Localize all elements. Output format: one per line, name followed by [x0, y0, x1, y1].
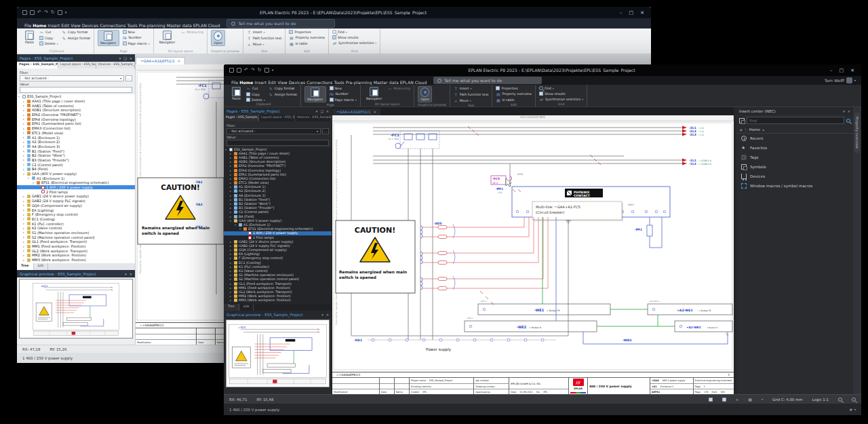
- close-button[interactable]: ✕: [640, 10, 644, 16]
- find-input[interactable]: [747, 117, 844, 124]
- grid-toggle-icon[interactable]: [722, 398, 726, 402]
- panel-dropdown-icon[interactable]: ▾: [125, 272, 127, 276]
- in-table-button[interactable]: ▦In table: [496, 98, 532, 102]
- expand-icon[interactable]: [230, 219, 233, 223]
- tree-item[interactable]: GQA (Compressed air supply): [17, 204, 135, 208]
- expand-icon[interactable]: [23, 213, 26, 216]
- in-table-button[interactable]: ▦In table: [289, 41, 325, 46]
- expand-icon[interactable]: [23, 104, 26, 107]
- expand-icon[interactable]: [230, 290, 233, 294]
- expand-icon[interactable]: [23, 254, 26, 257]
- tree-item[interactable]: EPA1 (Summarized parts list): [17, 121, 135, 126]
- expand-icon[interactable]: [230, 298, 233, 302]
- expand-icon[interactable]: [230, 240, 233, 244]
- open-icon[interactable]: [237, 68, 241, 73]
- tree-item[interactable]: K2 (Valve control): [17, 226, 135, 231]
- expand-icon[interactable]: [230, 256, 233, 260]
- expand-icon[interactable]: [28, 176, 31, 180]
- page-navigator-button[interactable]: Navigator: [98, 30, 119, 46]
- close-icon[interactable]: ✕: [374, 110, 377, 114]
- expand-icon[interactable]: [230, 261, 233, 265]
- insert-center-item[interactable]: Window macros / symbol macros: [736, 181, 853, 191]
- expand-icon[interactable]: [230, 265, 233, 269]
- tab-list[interactable]: List: [34, 263, 48, 270]
- search-icon[interactable]: [846, 119, 850, 123]
- expand-icon[interactable]: [230, 181, 233, 185]
- delete-button[interactable]: Delete▾: [246, 98, 265, 102]
- expand-icon[interactable]: [23, 172, 26, 176]
- text-insert-button[interactable]: TInsert▾: [247, 30, 282, 35]
- tab-pages[interactable]: Pages - ESS_Sample_P...: [224, 115, 259, 121]
- expand-icon[interactable]: [230, 194, 233, 197]
- tree-item[interactable]: A1 (Enclosure 1): [17, 176, 135, 180]
- expand-icon[interactable]: [230, 177, 233, 180]
- expand-icon[interactable]: [23, 127, 26, 130]
- properties-button[interactable]: Properties: [496, 86, 532, 90]
- delete-button[interactable]: Delete▾: [39, 41, 58, 45]
- expand-icon[interactable]: [230, 189, 233, 193]
- paste-button[interactable]: Paste: [23, 30, 36, 45]
- close-button[interactable]: ✕: [850, 68, 854, 73]
- terminal-strip-xd1[interactable]: -XD1 Power supply: [354, 339, 556, 352]
- expand-icon[interactable]: [23, 227, 26, 230]
- tree-item[interactable]: EFA2 (Overview "PROFINET"): [17, 113, 135, 117]
- insert-center-item[interactable]: Symbols: [736, 162, 853, 172]
- expand-icon[interactable]: [230, 294, 233, 298]
- expand-icon[interactable]: [230, 215, 233, 218]
- tree-item[interactable]: MM3 (Work workpiece: Position): [17, 258, 135, 263]
- panel-close-icon[interactable]: ✕: [130, 56, 132, 60]
- expand-icon[interactable]: [230, 210, 233, 214]
- document-tab[interactable]: =GAA+A1&EFS1/1✕: [332, 109, 380, 115]
- expand-icon[interactable]: [23, 100, 26, 103]
- tree-item[interactable]: EA (Lighting): [17, 208, 135, 212]
- graphical-preview[interactable]: =XD1: [224, 318, 332, 389]
- page-macro-button[interactable]: Page macro▾: [123, 41, 150, 45]
- grid-style-icon[interactable]: ▦: [748, 397, 752, 402]
- insert-center-item[interactable]: Devices: [736, 172, 853, 181]
- tree-item[interactable]: ADB1 (Structure description): [17, 108, 135, 113]
- tree-item[interactable]: A4 (Enclosure 3): [17, 144, 135, 149]
- expand-icon[interactable]: [225, 148, 229, 151]
- expand-icon[interactable]: [230, 206, 233, 210]
- tree-item[interactable]: EMA3 (Connection list): [17, 126, 135, 131]
- page-number-button[interactable]: №Number: [123, 35, 150, 40]
- tree-item[interactable]: EC1 (Cooling): [17, 217, 135, 222]
- expand-icon[interactable]: [23, 140, 26, 144]
- cut-button[interactable]: ✂Cut: [246, 86, 265, 91]
- page-navigator-button[interactable]: Navigator: [304, 86, 326, 102]
- tab-layout-space[interactable]: Layout space - ESS_Sa...: [259, 115, 295, 121]
- property-overview-button[interactable]: ▤Property overview: [289, 35, 325, 40]
- copy-format-button[interactable]: ✎Copy format: [62, 30, 90, 35]
- show-results-button[interactable]: Show results: [332, 35, 376, 39]
- expand-icon[interactable]: [230, 244, 233, 248]
- page-new-button[interactable]: New: [123, 30, 150, 34]
- sync-selection-button[interactable]: ⇄Synchronize selection▾: [539, 97, 583, 102]
- tab-property-overview[interactable]: Property overview: [854, 113, 860, 153]
- tree-item[interactable]: S2 (Machine operation control panel): [17, 235, 135, 239]
- insert-center-item[interactable]: Tags: [736, 153, 853, 162]
- filter-value-input[interactable]: [226, 140, 329, 146]
- page-new-button[interactable]: New: [330, 86, 357, 90]
- filter-select[interactable]: - Not activated -▾: [20, 75, 124, 81]
- panel-dropdown-icon[interactable]: ▾: [321, 313, 323, 317]
- expand-icon[interactable]: [23, 249, 26, 252]
- quick-access-toolbar[interactable]: ↶ ↷ ↻ ▾: [22, 10, 66, 15]
- expand-icon[interactable]: [23, 131, 26, 134]
- tree-item[interactable]: ESS_Sample_Project: [17, 94, 135, 99]
- component-pf1-resistor[interactable]: -PF1: [635, 217, 662, 248]
- refresh-icon[interactable]: ↻: [258, 68, 262, 73]
- panel-float-icon[interactable]: ❏: [320, 109, 323, 113]
- expand-icon[interactable]: [23, 144, 26, 148]
- component-fc1[interactable]: -FC1 In = 32A: [389, 131, 439, 149]
- home-icon[interactable]: ⌂: [740, 128, 743, 132]
- expand-icon[interactable]: [239, 227, 243, 231]
- property-overview-button[interactable]: ▤Property overview: [496, 92, 532, 96]
- tab-devices[interactable]: Devices - ESS_Sample_...: [295, 115, 332, 121]
- tab-devices[interactable]: Devices - ESS_Sample_...: [96, 62, 135, 69]
- expand-icon[interactable]: [230, 152, 233, 155]
- expand-icon[interactable]: [230, 173, 233, 176]
- preview-open-button[interactable]: Open: [211, 30, 225, 46]
- maximize-button[interactable]: □: [629, 10, 634, 16]
- tree-item[interactable]: GAB1 (24 V device power supply): [17, 194, 135, 199]
- undo-icon[interactable]: ↶: [244, 68, 248, 73]
